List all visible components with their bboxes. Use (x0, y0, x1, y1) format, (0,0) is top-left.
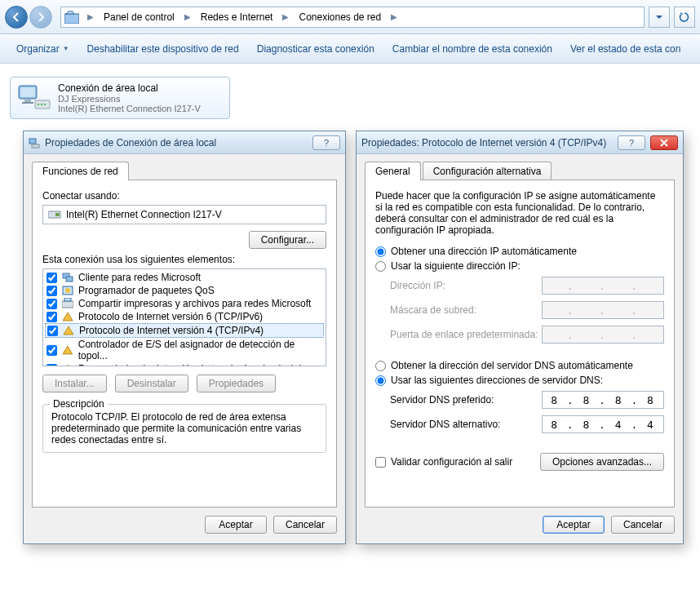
gateway-field: . . . (542, 326, 664, 344)
ip-field: . . . (542, 277, 664, 295)
radio-manual-ip-label: Usar la siguiente dirección IP: (391, 260, 521, 272)
dialog-title-bar[interactable]: Propiedades de Conexión de área local ? (24, 131, 345, 154)
ok-button[interactable]: Aceptar (205, 516, 267, 534)
gateway-label: Puerta de enlace predeterminada: (390, 329, 542, 340)
dns2-field[interactable]: 8 . 8 . 4 . 4 (542, 415, 664, 433)
network-shield-icon (64, 11, 79, 24)
component-row[interactable]: Respondedor de detección de topologías d… (45, 362, 324, 366)
rename-button[interactable]: Cambiar el nombre de esta conexión (384, 40, 560, 58)
dns1-label: Servidor DNS preferido: (390, 394, 542, 406)
crumb-network-internet[interactable]: Redes e Internet (196, 10, 278, 24)
radio-auto-ip[interactable]: Obtener una dirección IP automáticamente (375, 244, 664, 259)
component-icon (63, 325, 74, 336)
component-label: Protocolo de Internet versión 4 (TCP/IPv… (79, 325, 264, 336)
install-button[interactable]: Instalar... (42, 375, 107, 392)
tab-network-functions[interactable]: Funciones de red (32, 162, 129, 180)
validate-checkbox-row[interactable]: Validar configuración al salir (375, 456, 512, 468)
connect-using-label: Conectar usando: (42, 190, 326, 202)
component-checkbox[interactable] (47, 364, 57, 367)
radio-manual-ip[interactable]: Usar la siguiente dirección IP: (375, 259, 664, 273)
components-list[interactable]: Cliente para redes MicrosoftProgramador … (42, 268, 326, 366)
cancel-button[interactable]: Cancelar (273, 516, 337, 534)
connection-title: Conexión de área local (58, 82, 201, 94)
svg-point-7 (41, 104, 42, 105)
advanced-button[interactable]: Opciones avanzadas... (540, 453, 664, 471)
component-checkbox[interactable] (47, 312, 57, 322)
properties-button[interactable]: Propiedades (197, 375, 276, 392)
component-checkbox[interactable] (47, 299, 57, 309)
description-heading: Descripción (50, 398, 108, 410)
forward-button[interactable] (29, 6, 52, 29)
component-row[interactable]: Protocolo de Internet versión 4 (TCP/IPv… (45, 323, 324, 338)
component-label: Compartir impresoras y archivos para red… (78, 298, 311, 309)
crumb-network-connections[interactable]: Conexiones de red (294, 10, 386, 24)
component-row[interactable]: Controlador de E/S del asignador de dete… (45, 338, 324, 362)
svg-point-6 (38, 104, 39, 105)
component-row[interactable]: Programador de paquetes QoS (45, 284, 324, 297)
validate-checkbox[interactable] (375, 457, 386, 468)
component-checkbox[interactable] (47, 345, 57, 356)
organize-menu[interactable]: Organizar ▼ (8, 40, 78, 58)
tab-alt-config[interactable]: Configuración alternativa (423, 162, 552, 180)
component-checkbox[interactable] (47, 273, 57, 283)
configure-button[interactable]: Configurar... (249, 231, 326, 249)
svg-rect-4 (22, 102, 33, 104)
command-bar: Organizar ▼ Deshabilitar este dispositiv… (0, 34, 700, 64)
close-button[interactable] (650, 135, 678, 150)
adapter-field: Intel(R) Ethernet Connection I217-V (42, 205, 326, 224)
component-row[interactable]: Compartir impresoras y archivos para red… (45, 297, 324, 310)
address-dropdown-button[interactable] (649, 7, 670, 28)
help-button[interactable]: ? (618, 135, 645, 150)
radio-auto-ip-label: Obtener una dirección IP automáticamente (391, 246, 577, 257)
back-button[interactable] (5, 6, 28, 29)
crumb-control-panel[interactable]: Panel de control (99, 10, 179, 24)
dns2-label: Servidor DNS alternativo: (390, 419, 542, 430)
svg-rect-10 (32, 144, 39, 148)
component-row[interactable]: Protocolo de Internet versión 6 (TCP/IPv… (45, 310, 324, 323)
diagnose-button[interactable]: Diagnosticar esta conexión (249, 40, 383, 58)
network-icon (29, 137, 40, 149)
description-text: Protocolo TCP/IP. El protocolo de red de… (51, 411, 317, 446)
component-label: Cliente para redes Microsoft (78, 272, 201, 283)
svg-rect-9 (29, 139, 36, 144)
svg-rect-18 (64, 298, 71, 301)
help-button[interactable]: ? (312, 135, 340, 150)
svg-rect-3 (24, 99, 31, 102)
radio-auto-dns[interactable]: Obtener la dirección del servidor DNS au… (375, 358, 664, 373)
ipv4-properties-dialog: Propiedades: Protocolo de Internet versi… (356, 131, 684, 544)
dialog-title-bar[interactable]: Propiedades: Protocolo de Internet versi… (357, 131, 683, 154)
component-icon (62, 363, 73, 366)
radio-manual-dns-input[interactable] (375, 375, 386, 386)
refresh-button[interactable] (674, 7, 695, 28)
view-status-button[interactable]: Ver el estado de esta con (562, 40, 689, 58)
component-row[interactable]: Cliente para redes Microsoft (45, 271, 324, 284)
cancel-button[interactable]: Cancelar (611, 516, 675, 534)
radio-auto-ip-input[interactable] (375, 246, 386, 257)
component-icon (62, 272, 73, 283)
component-label: Programador de paquetes QoS (78, 285, 215, 296)
ok-button[interactable]: Aceptar (543, 516, 605, 534)
radio-manual-ip-input[interactable] (375, 261, 386, 272)
connection-item[interactable]: Conexión de área local DJ Expressions In… (10, 77, 230, 119)
connection-adapter: Intel(R) Ethernet Connection I217-V (58, 104, 201, 113)
lan-properties-dialog: Propiedades de Conexión de área local ? … (23, 131, 346, 544)
radio-manual-dns-label: Usar las siguientes direcciones de servi… (391, 375, 603, 386)
radio-auto-dns-input[interactable] (375, 361, 386, 371)
tab-general[interactable]: General (365, 162, 421, 180)
component-checkbox[interactable] (47, 326, 58, 336)
disable-device-button[interactable]: Deshabilitar este dispositivo de red (79, 40, 247, 58)
breadcrumb[interactable]: ▶ Panel de control ▶ Redes e Internet ▶ … (60, 7, 645, 28)
component-checkbox[interactable] (47, 286, 57, 296)
radio-auto-dns-label: Obtener la dirección del servidor DNS au… (391, 360, 633, 371)
svg-rect-17 (62, 301, 73, 308)
chevron-right-icon: ▶ (281, 12, 290, 21)
chevron-right-icon: ▶ (183, 12, 193, 21)
uninstall-button[interactable]: Desinstalar (115, 375, 188, 392)
dns1-field[interactable]: 8 . 8 . 8 . 8 (542, 391, 664, 409)
svg-point-8 (44, 104, 46, 105)
nav-buttons (5, 6, 54, 29)
svg-rect-2 (20, 87, 35, 97)
radio-manual-dns[interactable]: Usar las siguientes direcciones de servi… (375, 373, 664, 388)
connection-network: DJ Expressions (58, 94, 201, 104)
validate-label: Validar configuración al salir (391, 456, 512, 468)
